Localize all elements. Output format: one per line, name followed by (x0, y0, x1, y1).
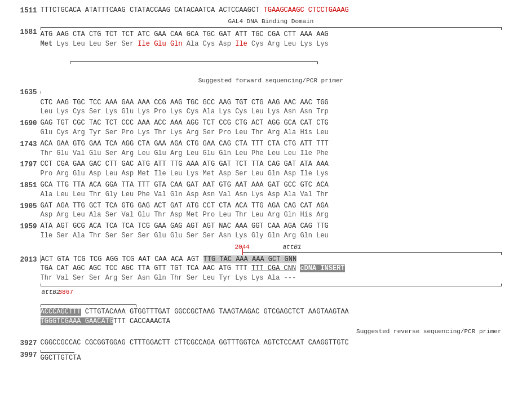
dna-1635: CTC AAG TGC TCC AAA GAA AAA CCG AAG TGC … (41, 98, 502, 108)
line-number-1851: 1851 (17, 180, 41, 200)
dna-3867-line1: ACCCAGCTTT CTTGTACAAA GTGGTTTGAT GGCCGCT… (41, 307, 502, 317)
sequence-1851: GCA TTG TTA ACA GGA TTA TTT GTA CAA GAT … (41, 180, 502, 200)
aa-1797: Pro Arg Glu Asp Leu Asp Met Ile Leu Lys … (41, 169, 502, 179)
line-number-2013: 2013 (17, 255, 41, 286)
line-number-1905: 1905 (17, 201, 41, 220)
aa-1743: Thr Glu Val Glu Ser Arg Leu Glu Arg Leu … (41, 149, 502, 158)
dna-3867-line2: TGGGTCGAAA GAACATGTTT CACCAAACTA (41, 317, 502, 326)
dna-3997: GGCTTGTCTA (41, 353, 502, 363)
attb1-label: attB1 (283, 243, 302, 252)
sequence-1905: GAT AGA TTG GCT TCA GTG GAG ACT GAT ATG … (41, 201, 502, 220)
gal4-label: GAL4 DNA Binding Domain (41, 17, 502, 26)
line-number-1959: 1959 (17, 222, 41, 241)
sequence-1797: CCT CGA GAA GAC CTT GAC ATG ATT TTG AAA … (41, 160, 502, 179)
line-number-1635: 1635 (17, 87, 41, 117)
aa-1959: Ile Ser Ala Thr Ser Ser Ser Glu Glu Ser … (41, 231, 502, 241)
aa-2013: Thr Val Ser Ser Arg Ser Asn Gln Thr Ser … (41, 273, 502, 283)
line-number-3997: 3997 (17, 350, 41, 363)
line-number-1511: 1511 (17, 6, 41, 16)
position-3867: 3867 (59, 288, 73, 297)
aa-1905: Asp Arg Leu Ala Ser Val Glu Thr Asp Met … (41, 210, 502, 220)
sequence-1635: CTC AAG TGC TCC AAA GAA AAA CCG AAG TGC … (41, 87, 502, 117)
line-number-1743: 1743 (17, 139, 41, 158)
line-number-1581: 1581 (17, 27, 41, 86)
line-number-1797: 1797 (17, 160, 41, 179)
aa-1851: Ala Leu Leu Thr Gly Leu Phe Val Gln Asp … (41, 190, 502, 200)
dna-2013-line2: TGA CAT AGC AGC TCC AGC TTA GTT TGT TCA … (41, 264, 502, 273)
sequence-1690: GAG TGT CGC TAC TCT CCC AAA ACC AAA AGG … (41, 118, 502, 138)
aa-1581: Met Lys Leu Leu Ser Ser Ile Glu Gln Ala … (41, 39, 502, 49)
sequence-1581: ATG AAG CTA CTG TCT TCT ATC GAA CAA GCA … (41, 27, 502, 86)
sequence-2013: ACT GTA TCG TCG AGG TCG AAT CAA ACA AGT … (41, 255, 502, 286)
dna-1959: ATA AGT GCG ACA TCA TCA TCG GAA GAG AGT … (41, 222, 502, 231)
aa-1635: Leu Lys Cys Ser Lys Glu Lys Pro Lys Cys … (41, 107, 502, 117)
dna-1511: TTTCTGCACA ATATTTCAAG CTATACCAAG CATACAA… (41, 6, 502, 15)
attb2-label: attB2 (42, 288, 60, 297)
line-number-3927: 3927 (17, 338, 41, 348)
dna-1743: ACA GAA GTG GAA TCA AGG CTA GAA AGA CTG … (41, 139, 502, 149)
sequence-1511: TTTCTGCACA ATATTTCAAG CTATACCAAG CATACAA… (41, 6, 502, 16)
line-number-1690: 1690 (17, 118, 41, 138)
dna-2013-line1: ACT GTA TCG TCG AGG TCG AAT CAA ACA AGT … (41, 255, 502, 264)
sequence-3867-line1: ACCCAGCTTT CTTGTACAAA GTGGTTTGAT GGCCGCT… (41, 297, 502, 326)
sequence-1959: ATA AGT GCG ACA TCA TCA TCG GAA GAG AGT … (41, 222, 502, 241)
sequence-1743: ACA GAA GTG GAA TCA AGG CTA GAA AGA CTG … (41, 139, 502, 158)
sequence-3997: GGCTTGTCTA (41, 350, 502, 363)
reverse-primer-label: Suggested reverse sequencing/PCR primer (41, 328, 502, 337)
dna-1851: GCA TTG TTA ACA GGA TTA TTT GTA CAA GAT … (41, 180, 502, 190)
dna-1581: ATG AAG CTA CTG TCT TCT ATC GAA CAA GCA … (41, 30, 502, 39)
dna-1690: GAG TGT CGC TAC TCT CCC AAA ACC AAA AGG … (41, 118, 502, 128)
dna-3927: CGGCCGCCAC CGCGGTGGAG CTTTGGACTT CTTCGCC… (41, 338, 502, 348)
dna-1797: CCT CGA GAA GAC CTT GAC ATG ATT TTG AAA … (41, 160, 502, 169)
forward-primer-label: Suggested forward sequencing/PCR primer (41, 77, 502, 86)
dna-1905: GAT AGA TTG GCT TCA GTG GAG ACT GAT ATG … (41, 201, 502, 211)
sequence-3927: CGGCCGCCAC CGCGGTGGAG CTTTGGACTT CTTCGCC… (41, 338, 502, 348)
aa-1690: Glu Cys Arg Tyr Ser Pro Lys Thr Lys Arg … (41, 128, 502, 138)
